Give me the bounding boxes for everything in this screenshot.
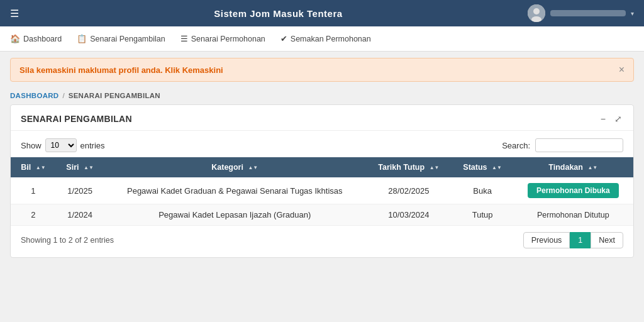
navbar: ☰ Sistem Jom Masuk Tentera ▾: [0, 0, 644, 26]
nav-item-semakan-permohonan[interactable]: ✔ Semakan Permohonan: [280, 34, 371, 43]
sort-icon-tindakan[interactable]: ▲▼: [587, 165, 597, 170]
alert-link[interactable]: Klik Kemaskini: [165, 65, 223, 75]
expand-button[interactable]: ⤢: [613, 114, 623, 124]
card-controls: − ⤢: [599, 114, 623, 124]
nav-item-dashboard[interactable]: 🏠 Dashboard: [10, 34, 62, 43]
col-bil: Bil ▲▼: [11, 157, 56, 177]
home-icon: 🏠: [10, 34, 20, 43]
chevron-down-icon: ▾: [631, 10, 634, 17]
nav-menu: 🏠 Dashboard 📋 Senarai Pengambilan ☰ Sena…: [0, 26, 644, 52]
action-text-1: Permohonan Ditutup: [537, 211, 609, 219]
cell-siri-0: 1/2025: [56, 177, 104, 204]
nav-label-semakan-permohonan: Semakan Permohonan: [291, 35, 371, 43]
check-icon: ✔: [280, 34, 287, 43]
username-bar: [550, 10, 626, 16]
nav-item-senarai-pengambilan[interactable]: 📋 Senarai Pengambilan: [77, 34, 165, 43]
cell-tarikh-tutup-0: 28/02/2025: [365, 177, 452, 204]
search-label: Search:: [502, 141, 530, 150]
page-1-button[interactable]: 1: [570, 232, 591, 248]
data-table: Bil ▲▼ Siri ▲▼ Kategori ▲▼ Tarikh Tutup …: [11, 157, 633, 226]
cell-tarikh-tutup-1: 10/03/2024: [365, 204, 452, 226]
show-entries: Show 10 25 50 entries: [21, 138, 105, 152]
nav-item-senarai-permohonan[interactable]: ☰ Senarai Permohonan: [180, 34, 265, 43]
sort-icon-bil[interactable]: ▲▼: [36, 165, 46, 170]
nav-label-dashboard: Dashboard: [23, 35, 62, 43]
cell-status-0: Buka: [452, 177, 513, 204]
table-header-row: Bil ▲▼ Siri ▲▼ Kategori ▲▼ Tarikh Tutup …: [11, 157, 633, 177]
nav-label-senarai-permohonan: Senarai Permohonan: [191, 35, 265, 43]
app-title: Sistem Jom Masuk Tentera: [29, 8, 528, 19]
sort-icon-siri[interactable]: ▲▼: [84, 165, 94, 170]
previous-button[interactable]: Previous: [523, 232, 570, 248]
search-box: Search:: [502, 138, 623, 152]
alert-close-button[interactable]: ×: [619, 65, 625, 75]
minimize-button[interactable]: −: [599, 114, 607, 124]
sort-icon-tarikh-tutup[interactable]: ▲▼: [430, 165, 440, 170]
breadcrumb-separator: /: [62, 92, 64, 99]
card-title: SENARAI PENGAMBILAN: [21, 114, 132, 124]
alert-banner: Sila kemaskini maklumat profil anda. Kli…: [10, 58, 634, 82]
alert-text: Sila kemaskini maklumat profil anda. Kli…: [19, 65, 223, 75]
hamburger-icon[interactable]: ☰: [10, 8, 19, 19]
entries-select[interactable]: 10 25 50: [45, 138, 77, 152]
alert-message: Sila kemaskini maklumat profil anda.: [19, 65, 165, 75]
table-row: 1 1/2025 Pegawai Kadet Graduan & Pegawai…: [11, 177, 633, 204]
breadcrumb: DASHBOARD / SENARAI PENGAMBILAN: [0, 88, 644, 104]
breadcrumb-current: SENARAI PENGAMBILAN: [69, 92, 160, 99]
sort-icon-status[interactable]: ▲▼: [492, 165, 502, 170]
cell-kategori-1: Pegawai Kadet Lepasan Ijazah (Graduan): [104, 204, 365, 226]
show-label: Show: [21, 141, 42, 150]
col-siri: Siri ▲▼: [56, 157, 104, 177]
avatar: [528, 4, 545, 22]
svg-point-1: [533, 8, 540, 14]
user-menu[interactable]: ▾: [528, 4, 634, 22]
cell-bil-0: 1: [11, 177, 56, 204]
senarai-pengambilan-card: SENARAI PENGAMBILAN − ⤢ Show 10 25 50 en…: [10, 104, 634, 258]
sort-icon-kategori[interactable]: ▲▼: [248, 165, 258, 170]
search-input[interactable]: [535, 138, 623, 152]
action-button-0[interactable]: Permohonan Dibuka: [528, 183, 619, 198]
card-header: SENARAI PENGAMBILAN − ⤢: [11, 105, 633, 131]
table-controls: Show 10 25 50 entries Search:: [11, 131, 633, 157]
cell-status-1: Tutup: [452, 204, 513, 226]
cell-bil-1: 2: [11, 204, 56, 226]
alert-container: Sila kemaskini maklumat profil anda. Kli…: [0, 52, 644, 88]
cell-kategori-0: Pegawai Kadet Graduan & Pegawai Senarai …: [104, 177, 365, 204]
cell-tindakan-0[interactable]: Permohonan Dibuka: [513, 177, 633, 204]
col-tarikh-tutup: Tarikh Tutup ▲▼: [365, 157, 452, 177]
col-kategori: Kategori ▲▼: [104, 157, 365, 177]
cell-tindakan-1: Permohonan Ditutup: [513, 204, 633, 226]
menu-icon: ☰: [180, 34, 188, 43]
showing-text: Showing 1 to 2 of 2 entries: [21, 236, 114, 245]
pagination: Previous 1 Next: [523, 232, 623, 248]
next-button[interactable]: Next: [591, 232, 623, 248]
table-footer: Showing 1 to 2 of 2 entries Previous 1 N…: [11, 226, 633, 257]
list-icon: 📋: [77, 34, 87, 43]
cell-siri-1: 1/2024: [56, 204, 104, 226]
breadcrumb-home[interactable]: DASHBOARD: [10, 92, 58, 99]
col-tindakan: Tindakan ▲▼: [513, 157, 633, 177]
col-status: Status ▲▼: [452, 157, 513, 177]
table-row: 2 1/2024 Pegawai Kadet Lepasan Ijazah (G…: [11, 204, 633, 226]
entries-label: entries: [80, 141, 105, 150]
nav-label-senarai-pengambilan: Senarai Pengambilan: [90, 35, 165, 43]
